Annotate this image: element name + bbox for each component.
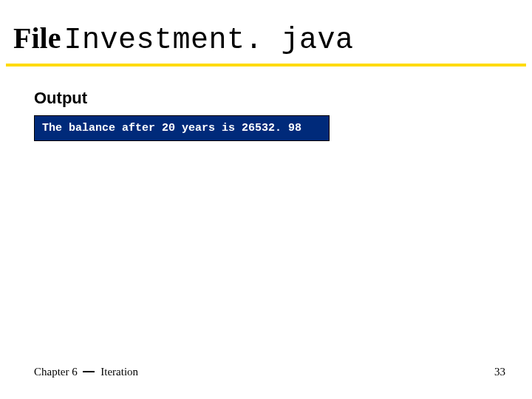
slide-title: File Investment. java — [13, 21, 519, 63]
footer-chapter-number: Chapter 6 — [34, 366, 78, 378]
output-box: The balance after 20 years is 26532. 98 — [34, 115, 330, 141]
title-prefix: File — [13, 21, 61, 55]
footer-chapter-topic: Iteration — [100, 366, 138, 378]
footer-chapter: Chapter 6 Iteration — [34, 366, 138, 378]
title-filename: Investment. java — [64, 24, 353, 57]
page-number: 33 — [494, 366, 505, 378]
output-text: The balance after 20 years is 26532. 98 — [42, 122, 301, 134]
slide: File Investment. java Output The balance… — [0, 0, 532, 399]
footer-separator-icon — [83, 371, 95, 372]
title-underline — [6, 64, 526, 66]
output-heading: Output — [34, 89, 87, 108]
